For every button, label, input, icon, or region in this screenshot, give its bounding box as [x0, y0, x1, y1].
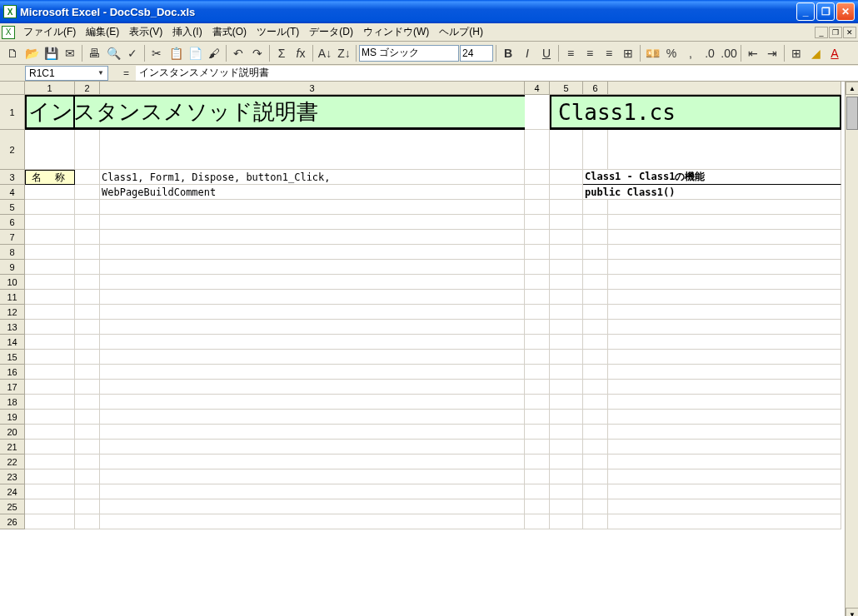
empty-cell[interactable] [100, 245, 525, 260]
row-header[interactable]: 11 [0, 290, 25, 305]
empty-cell[interactable] [608, 425, 841, 440]
name-box[interactable]: R1C1 ▼ [25, 66, 108, 81]
empty-cell[interactable] [550, 365, 583, 380]
empty-cell[interactable] [608, 215, 841, 230]
empty-cell[interactable] [608, 455, 841, 469]
row-header[interactable]: 1 [0, 95, 25, 130]
empty-cell[interactable] [25, 130, 75, 170]
empty-cell[interactable] [75, 245, 100, 260]
new-icon[interactable]: 🗋 [3, 44, 22, 62]
empty-cell[interactable] [550, 290, 583, 305]
scroll-thumb[interactable] [846, 97, 858, 130]
empty-cell[interactable] [583, 365, 608, 380]
sort-asc-icon[interactable]: A↓ [316, 44, 334, 62]
row-header[interactable]: 18 [0, 395, 25, 410]
empty-cell[interactable] [608, 410, 841, 425]
comma-icon[interactable]: , [681, 44, 700, 62]
row-header[interactable]: 17 [0, 380, 25, 395]
empty-cell[interactable] [583, 305, 608, 320]
empty-cell[interactable] [25, 410, 75, 425]
empty-cell[interactable] [25, 215, 75, 230]
empty-cell[interactable] [525, 215, 550, 230]
empty-cell[interactable] [75, 230, 100, 245]
empty-cell[interactable] [75, 484, 100, 499]
empty-cell[interactable] [25, 514, 75, 529]
font-color-icon[interactable]: A [826, 44, 844, 62]
empty-cell[interactable] [550, 484, 583, 499]
empty-cell[interactable] [75, 200, 100, 215]
close-button[interactable]: ✕ [836, 2, 855, 21]
empty-cell[interactable] [25, 305, 75, 320]
empty-cell[interactable] [75, 170, 100, 185]
empty-cell[interactable] [583, 290, 608, 305]
empty-cell[interactable] [75, 365, 100, 380]
empty-cell[interactable] [525, 320, 550, 335]
empty-cell[interactable] [525, 499, 550, 514]
name-box-dropdown-icon[interactable]: ▼ [97, 69, 104, 77]
data-cell[interactable]: WebPageBuildComment [100, 185, 525, 200]
empty-cell[interactable] [75, 395, 100, 410]
cells-area[interactable]: インスタンスメソッド説明書Class1.cs名 称Class1, Form1, … [25, 95, 841, 529]
mail-icon[interactable]: ✉ [61, 44, 79, 62]
empty-cell[interactable] [100, 425, 525, 440]
column-header[interactable]: 5 [550, 82, 583, 95]
empty-cell[interactable] [583, 130, 608, 170]
row-header[interactable]: 3 [0, 170, 25, 185]
row-header[interactable]: 2 [0, 130, 25, 170]
empty-cell[interactable] [583, 320, 608, 335]
empty-cell[interactable] [550, 185, 583, 200]
empty-cell[interactable] [525, 185, 550, 200]
row-header[interactable]: 6 [0, 215, 25, 230]
empty-cell[interactable] [550, 130, 583, 170]
empty-cell[interactable] [550, 200, 583, 215]
empty-cell[interactable] [75, 275, 100, 290]
empty-cell[interactable] [25, 290, 75, 305]
empty-cell[interactable] [583, 260, 608, 275]
empty-cell[interactable] [25, 469, 75, 484]
empty-cell[interactable] [25, 395, 75, 410]
paste-icon[interactable]: 📄 [186, 44, 204, 62]
column-header[interactable]: 3 [100, 82, 525, 95]
empty-cell[interactable] [75, 469, 100, 484]
empty-cell[interactable] [550, 499, 583, 514]
empty-cell[interactable] [550, 230, 583, 245]
empty-cell[interactable] [25, 275, 75, 290]
empty-cell[interactable] [608, 365, 841, 380]
empty-cell[interactable] [100, 200, 525, 215]
empty-cell[interactable] [608, 395, 841, 410]
empty-cell[interactable] [550, 215, 583, 230]
mdi-restore-button[interactable]: ❐ [829, 27, 842, 38]
empty-cell[interactable] [608, 335, 841, 350]
empty-cell[interactable] [100, 350, 525, 365]
menu-edit[interactable]: 編集(E) [81, 23, 124, 41]
empty-cell[interactable] [550, 350, 583, 365]
empty-cell[interactable] [525, 484, 550, 499]
empty-cell[interactable] [525, 290, 550, 305]
empty-cell[interactable] [100, 514, 525, 529]
data-cell[interactable]: Class1 - Class1の機能 [583, 170, 841, 185]
empty-cell[interactable] [583, 380, 608, 395]
row-header[interactable]: 5 [0, 200, 25, 215]
empty-cell[interactable] [583, 469, 608, 484]
mdi-close-button[interactable]: ✕ [843, 27, 856, 38]
data-cell[interactable]: 名 称 [25, 170, 75, 185]
empty-cell[interactable] [25, 350, 75, 365]
empty-cell[interactable] [608, 320, 841, 335]
row-header[interactable]: 4 [0, 185, 25, 200]
empty-cell[interactable] [550, 245, 583, 260]
empty-cell[interactable] [25, 484, 75, 499]
empty-cell[interactable] [75, 185, 100, 200]
borders-icon[interactable]: ⊞ [787, 44, 806, 62]
fill-color-icon[interactable]: ◢ [806, 44, 825, 62]
empty-cell[interactable] [608, 290, 841, 305]
empty-cell[interactable] [75, 305, 100, 320]
align-center-icon[interactable]: ≡ [581, 44, 599, 62]
empty-cell[interactable] [608, 469, 841, 484]
empty-cell[interactable] [25, 230, 75, 245]
redo-icon[interactable]: ↷ [248, 44, 267, 62]
empty-cell[interactable] [583, 215, 608, 230]
select-all-corner[interactable] [0, 82, 25, 95]
row-header[interactable]: 25 [0, 499, 25, 514]
print-preview-icon[interactable]: 🔍 [104, 44, 122, 62]
row-header[interactable]: 23 [0, 469, 25, 484]
